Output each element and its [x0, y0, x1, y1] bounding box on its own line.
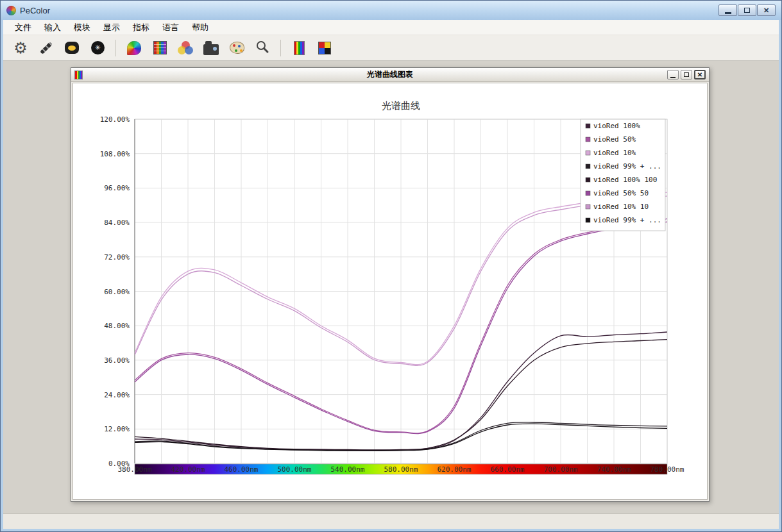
- legend-label: vioRed 50% 50: [593, 189, 649, 197]
- x-axis-label: 420.00nm: [171, 465, 205, 474]
- spectrum-bars-icon: [294, 41, 305, 55]
- y-axis-label: 84.00%: [104, 219, 130, 227]
- child-minimize-icon: [670, 77, 676, 78]
- legend-label: vioRed 50%: [593, 135, 636, 144]
- color-mix-button[interactable]: [174, 38, 196, 58]
- spectral-chart-window: 光谱曲线图表 ✕ 0.00%12.00%24.00%36.00%48.00%60…: [71, 67, 710, 502]
- child-close-button[interactable]: ✕: [694, 70, 706, 79]
- app-window: PeColor ✕ 文件输入模块显示指标语言帮助 ⚙ ✳: [0, 0, 782, 532]
- legend-swatch: [586, 137, 590, 142]
- legend-swatch: [586, 178, 590, 182]
- chart-title: 光谱曲线: [382, 100, 420, 111]
- probe-icon: [40, 42, 53, 54]
- spectrum-window-icon: [74, 71, 83, 79]
- toolbar: ⚙ ✳: [3, 35, 779, 61]
- title-bar[interactable]: PeColor ✕: [1, 1, 781, 20]
- child-window-controls: ✕: [667, 70, 706, 79]
- toolbar-separator: [280, 40, 281, 56]
- probe-button[interactable]: [35, 38, 57, 58]
- close-icon: ✕: [763, 7, 769, 14]
- menu-bar: 文件输入模块显示指标语言帮助: [3, 20, 779, 35]
- legend-label: vioRed 10% 10: [593, 203, 649, 211]
- mdi-workspace: 光谱曲线图表 ✕ 0.00%12.00%24.00%36.00%48.00%60…: [3, 61, 779, 513]
- y-axis-label: 36.00%: [104, 356, 130, 365]
- sample-button[interactable]: [61, 38, 83, 58]
- color-mix-circles-icon: [178, 41, 193, 55]
- legend-label: vioRed 10%: [593, 149, 636, 157]
- child-minimize-button[interactable]: [667, 70, 679, 79]
- chromaticity-diagram-icon: [127, 41, 141, 55]
- menu-item-display[interactable]: 显示: [97, 20, 126, 35]
- status-bar: [3, 513, 779, 529]
- minimize-button[interactable]: [718, 4, 737, 16]
- menu-item-metric[interactable]: 指标: [126, 20, 156, 35]
- legend-swatch: [586, 218, 590, 222]
- legend-swatch: [586, 204, 590, 209]
- legend-label: vioRed 100% 100: [593, 176, 657, 184]
- child-maximize-button[interactable]: [681, 70, 692, 79]
- app-title: PeColor: [20, 6, 50, 15]
- legend-swatch: [586, 191, 590, 195]
- x-axis-label: 500.00nm: [278, 465, 312, 474]
- chromaticity-button[interactable]: [123, 38, 145, 58]
- x-axis-label: 580.00nm: [384, 465, 418, 474]
- y-axis-label: 24.00%: [104, 391, 130, 399]
- legend-swatch: [586, 164, 590, 169]
- palette-button[interactable]: [226, 38, 248, 58]
- x-axis-label: 660.00nm: [491, 465, 525, 474]
- legend-swatch: [586, 124, 590, 128]
- x-axis-label: 460.00nm: [225, 465, 259, 474]
- x-axis-label: 780.00nm: [650, 465, 684, 474]
- y-axis-label: 12.00%: [104, 425, 130, 433]
- zoom-button[interactable]: [251, 38, 273, 58]
- child-maximize-icon: [684, 72, 689, 77]
- legend-label: vioRed 99% + ...: [593, 216, 661, 224]
- x-axis-label: 740.00nm: [597, 465, 631, 474]
- menu-item-help[interactable]: 帮助: [185, 20, 215, 35]
- y-axis-label: 48.00%: [104, 322, 130, 330]
- menu-item-language[interactable]: 语言: [156, 20, 185, 35]
- gear-icon: ⚙: [13, 40, 28, 56]
- menu-item-input[interactable]: 输入: [38, 20, 67, 35]
- chart-area: 0.00%12.00%24.00%36.00%48.00%60.00%72.00…: [72, 83, 708, 500]
- color-table-icon: [153, 41, 167, 54]
- window-controls: ✕: [718, 4, 776, 16]
- aperture-icon: ✳: [91, 41, 105, 54]
- color-squares-icon: [318, 42, 331, 54]
- y-axis-label: 96.00%: [104, 184, 130, 192]
- close-button[interactable]: ✕: [757, 4, 776, 16]
- color-table-button[interactable]: [149, 38, 171, 58]
- child-title-bar[interactable]: 光谱曲线图表 ✕: [71, 68, 709, 82]
- spectrum-chart-button[interactable]: [288, 38, 310, 58]
- magnifier-icon: [255, 40, 269, 56]
- x-axis-label: 700.00nm: [544, 465, 578, 474]
- instrument-icon: [203, 44, 219, 55]
- maximize-button[interactable]: [738, 4, 756, 16]
- menu-item-file[interactable]: 文件: [8, 20, 38, 35]
- spectral-curve-chart: 0.00%12.00%24.00%36.00%48.00%60.00%72.00…: [73, 83, 706, 497]
- legend-swatch: [586, 151, 590, 155]
- x-axis-label: 380.00nm: [118, 465, 152, 474]
- settings-button[interactable]: ⚙: [10, 38, 31, 58]
- y-axis-label: 120.00%: [100, 115, 130, 124]
- palette-icon: [230, 42, 244, 54]
- x-axis-label: 620.00nm: [438, 465, 472, 474]
- y-axis-label: 72.00%: [104, 253, 130, 262]
- y-axis-label: 108.00%: [100, 150, 130, 158]
- menu-item-module[interactable]: 模块: [67, 20, 97, 35]
- app-logo-icon: [6, 6, 16, 15]
- aperture-button[interactable]: ✳: [87, 38, 108, 58]
- x-axis-label: 540.00nm: [331, 465, 365, 474]
- maximize-icon: [744, 8, 750, 13]
- y-axis-label: 60.00%: [104, 288, 130, 296]
- instrument-button[interactable]: [200, 38, 222, 58]
- legend-label: vioRed 100%: [593, 122, 640, 130]
- sample-capsule-icon: [65, 42, 79, 54]
- toolbar-separator: [115, 40, 116, 56]
- color-squares-button[interactable]: [314, 38, 336, 58]
- minimize-icon: [725, 12, 731, 14]
- legend-label: vioRed 99% + ...: [593, 162, 661, 170]
- child-window-title: 光谱曲线图表: [71, 69, 709, 80]
- child-close-icon: ✕: [697, 72, 702, 78]
